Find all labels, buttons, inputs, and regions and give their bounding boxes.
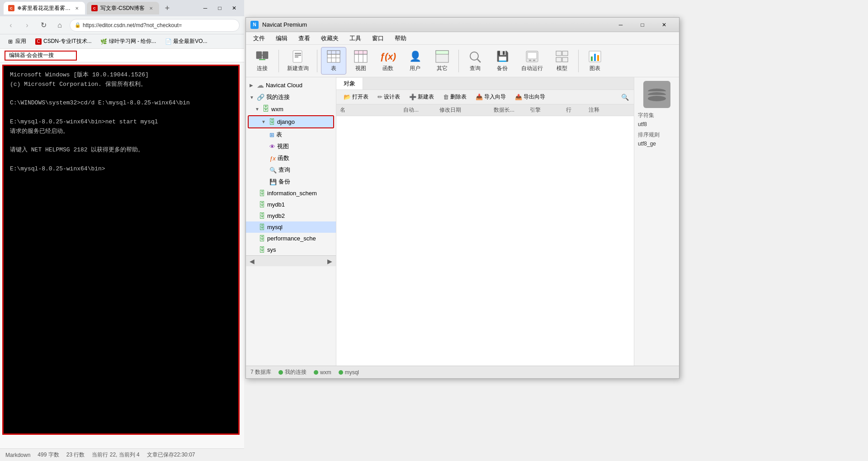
divider-4 [578,50,579,72]
model-icon [555,49,569,64]
svg-rect-30 [562,57,568,62]
tab-1[interactable]: C ❄雾里看花花里看雾❄_雾里看花 ✕ [4,2,85,14]
sidebar-sys[interactable]: 🗄 sys [246,244,336,255]
bookmark-doc[interactable]: 📄 最全最新VO... [161,36,211,47]
divider-1 [278,50,279,72]
toolbar-function[interactable]: ƒ(x) 函数 [375,47,401,74]
cmd-line-2: (c) Microsoft Corporation. 保留所有权利。 [10,80,232,89]
sidebar-django-db[interactable]: ▼ 🗄 django [248,115,334,128]
tab-object[interactable]: 对象 [336,78,363,89]
sidebar-mysql[interactable]: 🗄 mysql [246,221,336,233]
wxm-expand-icon: ▼ [255,107,260,112]
export-wizard-button[interactable]: 📤 导出向导 [511,92,549,102]
menu-tools[interactable]: 工具 [344,33,367,44]
line-count: 23 行数 [66,451,85,459]
scroll-left-icon[interactable]: ◀ [250,258,255,265]
svg-rect-0 [256,52,262,59]
menu-favorites[interactable]: 收藏夹 [316,33,344,44]
address-bar[interactable]: 🔒 https://editor.csdn.net/md?not_checkou… [70,19,240,32]
mysql-label: mysql [267,224,283,230]
charset-value: utf8 [638,121,675,127]
cmd-line-5 [10,108,232,118]
connection-status: 我的连接 [278,368,307,376]
toolbar-new-query[interactable]: 新建查询 [283,47,313,74]
sidebar-navicat-cloud[interactable]: ▶ ☁ Navicat Cloud [246,79,336,91]
sidebar-info-schema[interactable]: 🗄 information_schem [246,188,336,199]
mydb2-icon: 🗄 [259,212,265,220]
collation-label: 排序规则 [638,131,675,139]
col-size-header: 数据长... [494,106,530,114]
search-input[interactable] [5,51,77,61]
toolbar-view[interactable]: 视图 [348,47,373,74]
browser-maximize-button[interactable]: □ [213,2,226,14]
sidebar-django-backup[interactable]: 💾 备份 [246,176,336,188]
new-table-label: 新建表 [418,93,434,101]
tab-2[interactable]: C 写文章-CSDN博客 ✕ [87,2,159,14]
wxm-status-label: wxm [320,369,331,376]
refresh-button[interactable]: ↻ [37,19,50,32]
cmd-line-7: 请求的服务已经启动。 [10,127,232,136]
sidebar-mydb2[interactable]: 🗄 mydb2 [246,210,336,221]
browser-titlebar: C ❄雾里看花花里看雾❄_雾里看花 ✕ C 写文章-CSDN博客 ✕ + ─ □… [0,0,244,16]
menu-file[interactable]: 文件 [248,33,270,44]
import-wizard-button[interactable]: 📥 导入向导 [472,92,509,102]
greenleaf-icon: 🌿 [101,38,107,45]
sidebar-django-function[interactable]: ƒx 函数 [246,152,336,164]
sidebar-django-view[interactable]: 👁 视图 [246,141,336,152]
toolbar-model[interactable]: 模型 [549,47,575,74]
navicat-sidebar: ▶ ☁ Navicat Cloud ▼ 🔗 我的连接 ▼ 🗄 wxm ▼ 🗄 d… [246,77,336,366]
open-table-button[interactable]: 📂 打开表 [340,92,372,102]
divider-2 [317,50,317,72]
toolbar-table[interactable]: 表 [321,47,346,75]
new-tab-button[interactable]: + [161,2,174,14]
menu-window[interactable]: 窗口 [367,33,389,44]
sys-label: sys [267,246,276,253]
sidebar-perf-schema[interactable]: 🗄 performance_sche [246,233,336,244]
sidebar-wxm-connection[interactable]: ▼ 🗄 wxm [246,103,336,115]
tab-2-close[interactable]: ✕ [147,5,155,12]
browser-close-button[interactable]: ✕ [228,2,241,14]
collation-value: utf8_ge [638,141,675,147]
toolbar-other[interactable]: 其它 [429,47,455,74]
navicat-maximize[interactable]: □ [632,19,653,31]
toolbar-connect[interactable]: 连接 [250,47,275,74]
sidebar-my-connections[interactable]: ▼ 🔗 我的连接 [246,91,336,103]
navicat-close[interactable]: ✕ [654,19,675,31]
bookmark-greenleaf[interactable]: 🌿 绿叶学习网 - 给你... [97,36,160,47]
tab-1-close[interactable]: ✕ [73,5,80,12]
backup-label: 备份 [497,65,508,72]
cmd-line-11: E:\mysql-8.0.25-winx64\bin> [10,165,232,174]
export-label: 导出向导 [524,93,545,101]
menu-help[interactable]: 帮助 [389,33,412,44]
bookmark-csdn[interactable]: C CSDN-专业IT技术... [32,36,95,47]
toolbar-autorun[interactable]: 自动运行 [517,47,547,74]
sidebar-mydb1[interactable]: 🗄 mydb1 [246,199,336,210]
home-button[interactable]: ⌂ [53,19,66,32]
menu-edit[interactable]: 编辑 [270,33,293,44]
autorun-icon [525,49,539,64]
csdn-favicon: C [35,38,42,45]
sidebar-django-table[interactable]: ⊞ 表 [246,129,336,141]
navicat-menubar: 文件 编辑 查看 收藏夹 工具 窗口 帮助 [246,32,679,45]
toolbar-user[interactable]: 👤 用户 [402,47,428,74]
backup-sub-icon: 💾 [269,179,277,185]
forward-button[interactable]: › [21,19,33,32]
svg-rect-34 [597,55,599,61]
toolbar-chart[interactable]: 图表 [582,47,608,74]
navicat-minimize[interactable]: ─ [610,19,631,31]
toolbar-backup[interactable]: 💾 备份 [490,47,515,74]
design-table-button[interactable]: ✏ 设计表 [374,92,404,102]
delete-table-button[interactable]: 🗑 删除表 [439,92,470,102]
bookmark-doc-label: 最全最新VO... [173,38,207,45]
new-table-button[interactable]: ➕ 新建表 [406,92,438,102]
scroll-right-icon[interactable]: ▶ [327,258,332,265]
back-button[interactable]: ‹ [5,19,17,32]
bookmark-apps[interactable]: ⊞ 应用 [4,36,30,47]
my-connections-status: 我的连接 [285,368,307,376]
sidebar-django-query[interactable]: 🔍 查询 [246,164,336,176]
toolbar-query[interactable]: 查询 [462,47,488,74]
browser-minimize-button[interactable]: ─ [199,2,212,14]
search-objects-button[interactable]: 🔍 [619,92,630,103]
menu-view[interactable]: 查看 [293,33,316,44]
content-tabs: 对象 [336,77,634,90]
